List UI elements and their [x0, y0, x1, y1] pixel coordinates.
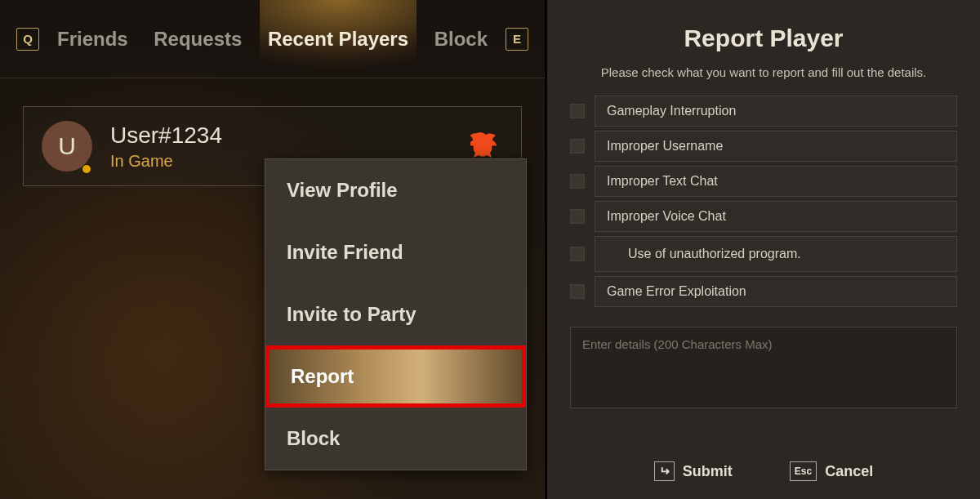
presence-indicator [82, 165, 91, 173]
reason-label[interactable]: Game Error Exploitation [595, 276, 957, 307]
social-panel: Q Friends Requests Recent Players Block … [0, 0, 547, 499]
menu-invite-friend[interactable]: Invite Friend [265, 221, 526, 283]
reason-row: Game Error Exploitation [570, 276, 957, 307]
player-list: U User#1234 In Game View Profile Invite … [0, 78, 545, 186]
reason-row: Improper Voice Chat [570, 201, 957, 232]
reason-checkbox[interactable] [570, 284, 585, 299]
report-actions: Submit Esc Cancel [547, 461, 980, 481]
esc-key-icon: Esc [790, 461, 817, 481]
tab-bar: Q Friends Requests Recent Players Block … [0, 0, 545, 78]
next-tab-key[interactable]: E [506, 28, 528, 51]
tabs: Friends Requests Recent Players Block [39, 0, 506, 78]
report-details-input[interactable] [570, 327, 957, 408]
player-name: User#1234 [110, 123, 452, 149]
reason-row: Use of unauthorized program. [570, 236, 957, 272]
tab-requests[interactable]: Requests [145, 0, 250, 78]
player-context-menu: View Profile Invite Friend Invite to Par… [265, 158, 527, 470]
reason-row: Gameplay Interruption [570, 96, 957, 127]
report-subtitle: Please check what you want to report and… [601, 65, 927, 79]
reason-checkbox[interactable] [570, 104, 585, 118]
reason-label[interactable]: Improper Text Chat [595, 166, 957, 197]
tab-friends[interactable]: Friends [49, 0, 136, 78]
avatar: U [42, 121, 92, 172]
menu-view-profile[interactable]: View Profile [265, 159, 526, 221]
tab-recent-players[interactable]: Recent Players [260, 0, 416, 78]
report-player-panel: Report Player Please check what you want… [547, 0, 980, 499]
tab-block[interactable]: Block [426, 0, 496, 78]
cancel-label: Cancel [825, 463, 873, 480]
reason-checkbox[interactable] [570, 174, 585, 189]
report-title: Report Player [684, 25, 843, 52]
reason-checkbox[interactable] [570, 139, 585, 154]
reason-label[interactable]: Improper Voice Chat [595, 201, 957, 232]
reason-checkbox[interactable] [570, 247, 585, 261]
submit-button[interactable]: Submit [654, 461, 733, 481]
menu-block[interactable]: Block [265, 408, 526, 470]
reason-row: Improper Text Chat [570, 166, 957, 197]
prev-tab-key[interactable]: Q [16, 28, 39, 51]
menu-report[interactable]: Report [265, 345, 526, 408]
reason-row: Improper Username [570, 131, 957, 162]
reason-label[interactable]: Improper Username [595, 131, 957, 162]
reason-label[interactable]: Use of unauthorized program. [595, 236, 957, 272]
cancel-button[interactable]: Esc Cancel [790, 461, 873, 481]
menu-invite-to-party[interactable]: Invite to Party [265, 283, 526, 345]
submit-label: Submit [683, 463, 733, 480]
report-reason-list: Gameplay Interruption Improper Username … [570, 96, 957, 307]
avatar-initial: U [58, 132, 76, 160]
reason-label[interactable]: Gameplay Interruption [595, 96, 957, 127]
reason-checkbox[interactable] [570, 209, 585, 224]
enter-key-icon [654, 461, 675, 481]
